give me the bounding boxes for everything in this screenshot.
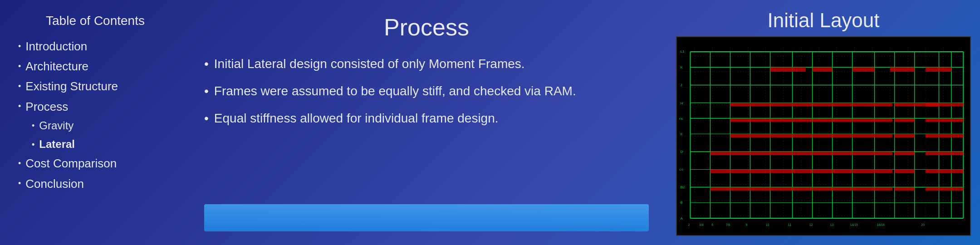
bullet-icon: • [18,59,21,74]
bullet-icon: • [18,157,21,171]
svg-rect-67 [813,118,853,122]
svg-rect-55 [813,67,833,72]
svg-rect-78 [730,152,770,155]
bullet-equal-stiffness: Equal stiffness allowed for individual f… [204,109,649,128]
svg-rect-73 [813,134,853,137]
svg-text:H: H [681,101,683,105]
svg-rect-94 [813,187,853,191]
right-panel: Initial Layout [671,0,980,245]
svg-rect-54 [770,67,806,72]
svg-rect-83 [926,152,963,155]
svg-text:3/4: 3/4 [699,223,704,226]
svg-rect-97 [926,187,963,191]
blueprint-svg: L1 K J H F/E E D C/2 B2 B A 2 3/4 6 7/8 … [677,37,970,235]
svg-rect-96 [895,187,915,191]
svg-rect-93 [770,187,813,191]
process-bullets: Initial Lateral design consisted of only… [204,54,649,195]
svg-rect-59 [730,103,770,107]
svg-rect-82 [895,152,915,155]
bullet-initial-lateral: Initial Lateral design consisted of only… [204,54,649,74]
toc-item-introduction[interactable]: • Introduction [18,36,172,56]
svg-text:11: 11 [788,223,792,226]
svg-text:6: 6 [711,223,713,226]
layout-title: Initial Layout [676,9,971,32]
svg-rect-72 [770,134,813,137]
center-panel: Process Initial Lateral design consisted… [181,0,671,245]
svg-text:12: 12 [809,223,813,226]
svg-rect-88 [853,169,892,173]
toc-item-gravity[interactable]: • Gravity [18,117,172,135]
toc-item-conclusion[interactable]: • Conclusion [18,174,172,194]
toc-item-cost-comparison[interactable]: • Cost Comparison [18,153,172,173]
svg-rect-65 [730,118,770,122]
svg-text:L1: L1 [681,49,685,54]
svg-rect-74 [853,134,892,137]
svg-text:20: 20 [921,223,925,226]
svg-text:16/19: 16/19 [877,223,884,226]
bullet-frames-assumed: Frames were assumed to be equally stiff,… [204,82,649,101]
svg-rect-85 [730,169,770,173]
svg-text:13: 13 [830,223,834,226]
svg-rect-86 [770,169,813,173]
svg-rect-87 [813,169,853,173]
bullet-icon: • [18,39,21,54]
toc-item-architecture[interactable]: • Architecture [18,56,172,76]
svg-rect-80 [813,152,853,155]
svg-rect-84 [710,169,730,173]
svg-text:10: 10 [766,223,769,226]
left-panel: Table of Contents • Introduction • Archi… [0,0,181,245]
bullet-icon: • [32,119,34,133]
svg-text:K: K [681,65,683,69]
toc-list: • Introduction • Architecture • Existing… [18,36,172,194]
svg-text:7/8: 7/8 [726,223,730,226]
svg-rect-75 [895,134,915,137]
svg-rect-79 [770,152,813,155]
svg-rect-89 [895,169,915,173]
svg-rect-66 [770,118,813,122]
svg-text:F/E: F/E [679,118,683,120]
svg-rect-60 [770,103,813,107]
svg-rect-70 [926,118,963,122]
svg-text:14/15: 14/15 [850,223,858,226]
svg-text:B: B [681,201,683,205]
svg-rect-71 [730,134,770,137]
layout-image: L1 K J H F/E E D C/2 B2 B A 2 3/4 6 7/8 … [676,36,971,236]
svg-rect-58 [926,67,951,72]
process-title: Process [204,14,649,41]
svg-rect-69 [895,118,915,122]
svg-rect-61 [813,103,853,107]
svg-text:J: J [681,83,682,87]
toc-item-lateral[interactable]: • Lateral [18,135,172,154]
blue-rectangle [204,204,649,231]
bullet-icon: • [18,79,21,93]
toc-item-existing-structure[interactable]: • Existing Structure [18,76,172,96]
toc-title: Table of Contents [18,14,172,28]
svg-rect-56 [853,67,875,72]
bullet-icon: • [32,137,34,152]
svg-text:E: E [681,132,683,136]
svg-rect-76 [926,134,963,137]
svg-rect-91 [710,187,730,191]
toc-item-process[interactable]: • Process [18,97,172,117]
svg-rect-62 [853,103,892,107]
svg-rect-57 [890,67,915,72]
svg-text:9: 9 [746,223,748,226]
svg-rect-68 [853,118,892,122]
svg-rect-92 [730,187,770,191]
svg-rect-81 [853,152,892,155]
svg-rect-64 [926,103,963,107]
svg-rect-90 [926,169,963,173]
bullet-icon: • [18,99,21,113]
svg-text:2: 2 [688,223,690,226]
svg-rect-77 [710,152,730,155]
svg-text:B2: B2 [681,185,685,189]
svg-text:C/2: C/2 [679,168,683,171]
bullet-icon: • [18,176,21,191]
svg-text:A: A [681,216,683,220]
svg-rect-95 [853,187,892,191]
svg-text:D: D [681,150,683,154]
